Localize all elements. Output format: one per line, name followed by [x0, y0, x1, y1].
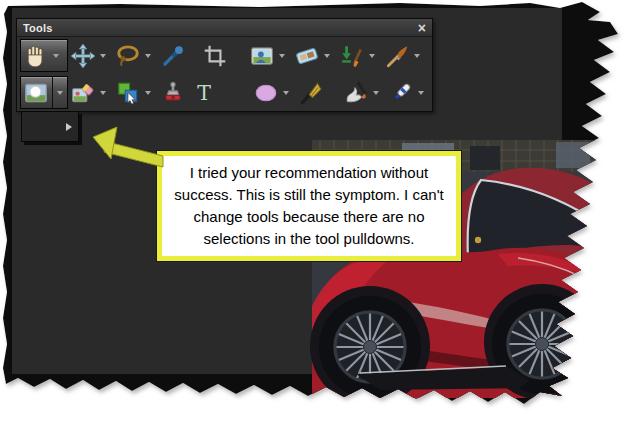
chevron-down-icon — [418, 91, 424, 95]
close-icon[interactable]: × — [418, 21, 426, 35]
layers-cursor-icon — [115, 80, 141, 106]
tool-move-button[interactable] — [68, 39, 113, 72]
tool-auto-selection-button[interactable] — [20, 76, 68, 109]
tool-eraser-button[interactable] — [68, 76, 113, 109]
lasso-icon — [115, 43, 141, 69]
toolbar-row-2: T — [17, 74, 432, 111]
photo-eraser-icon — [70, 80, 96, 106]
chevron-down-icon — [100, 54, 106, 58]
crop-icon — [202, 43, 228, 69]
tool-clone-stamp-button[interactable] — [158, 76, 189, 109]
tool-ellipse-dropdown[interactable] — [279, 76, 292, 109]
toolbar-row-1 — [17, 37, 432, 74]
tool-pick-button[interactable] — [113, 76, 158, 109]
tool-dropper-button[interactable] — [158, 39, 192, 72]
tool-marker-button[interactable] — [386, 76, 431, 109]
brush-arrow-icon — [339, 43, 365, 69]
tool-paint-brush-button[interactable] — [382, 39, 427, 72]
tool-color-replacer-dropdown[interactable] — [365, 39, 378, 72]
chevron-down-icon — [145, 91, 151, 95]
right-arrow-icon[interactable] — [66, 123, 72, 131]
tools-palette: Tools × T — [16, 18, 433, 112]
chevron-down-icon — [283, 91, 289, 95]
tool-pen-button[interactable] — [296, 76, 341, 109]
chevron-down-icon — [57, 91, 63, 95]
tool-move-dropdown[interactable] — [96, 39, 109, 72]
tool-smudge-button[interactable] — [341, 76, 386, 109]
palette-titlebar[interactable]: Tools × — [17, 19, 432, 37]
marker-icon — [388, 80, 414, 106]
tool-text-button[interactable]: T — [189, 76, 226, 109]
tool-makeover-button[interactable] — [292, 39, 337, 72]
chevron-down-icon — [369, 54, 375, 58]
chevron-down-icon — [373, 91, 379, 95]
tool-red-eye-button[interactable] — [247, 39, 292, 72]
tool-crop-button[interactable] — [200, 39, 234, 72]
tool-marker-dropdown[interactable] — [414, 76, 427, 109]
tool-ellipse-button[interactable] — [251, 76, 296, 109]
chevron-down-icon — [100, 91, 106, 95]
svg-text:T: T — [197, 81, 211, 105]
tool-eraser-dropdown[interactable] — [96, 76, 109, 109]
photo-circle-icon — [23, 80, 49, 106]
tool-auto-selection-dropdown[interactable] — [52, 77, 66, 108]
move-arrows-icon — [70, 43, 96, 69]
pan-hand-icon — [23, 43, 49, 69]
tool-selection-lasso-button[interactable] — [113, 39, 158, 72]
tool-makeover-dropdown[interactable] — [320, 39, 333, 72]
photo-person-icon — [249, 43, 275, 69]
tool-color-replacer-button[interactable] — [337, 39, 382, 72]
chevron-down-icon — [145, 54, 151, 58]
tool-pan-dropdown[interactable] — [49, 40, 62, 71]
annotation-callout: I tried your recommendation without succ… — [157, 151, 461, 261]
chevron-down-icon — [414, 54, 420, 58]
tool-selection-lasso-dropdown[interactable] — [141, 39, 154, 72]
smudge-brush-icon — [343, 80, 369, 106]
palette-title: Tools — [23, 22, 53, 34]
tool-smudge-dropdown[interactable] — [369, 76, 382, 109]
empty-tool-flyout[interactable] — [21, 111, 79, 142]
tool-paint-brush-dropdown[interactable] — [410, 39, 423, 72]
tool-pick-dropdown[interactable] — [141, 76, 154, 109]
stamp-icon — [160, 80, 186, 106]
paintbrush-icon — [384, 43, 410, 69]
eyedropper-icon — [160, 43, 186, 69]
chevron-down-icon — [279, 54, 285, 58]
tool-pan-button[interactable] — [20, 39, 68, 72]
screenshot-stage: Tools × T I tried your recommendation wi… — [0, 0, 628, 425]
chevron-down-icon — [324, 54, 330, 58]
makeup-palette-icon — [294, 43, 320, 69]
text-t-icon: T — [191, 80, 217, 106]
ellipse-icon — [253, 80, 279, 106]
chevron-down-icon — [53, 54, 59, 58]
tool-red-eye-dropdown[interactable] — [275, 39, 288, 72]
pen-nib-icon — [298, 80, 324, 106]
